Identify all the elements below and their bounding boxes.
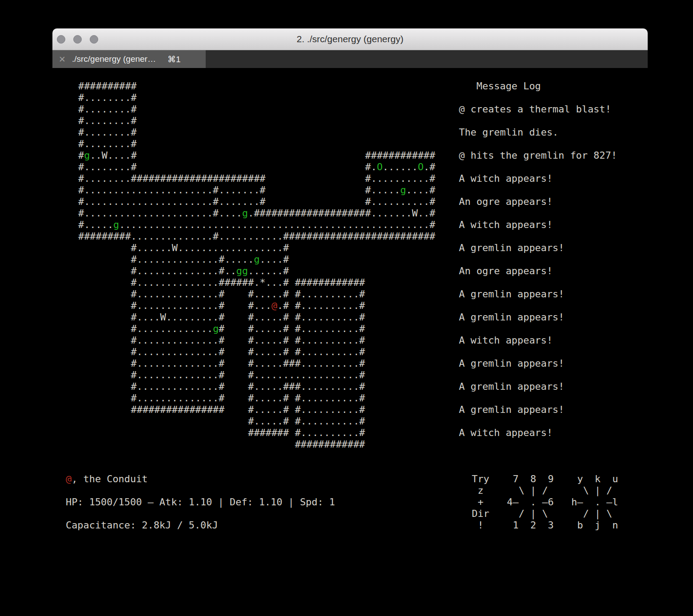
terminal-window: 2. ./src/genergy (genergy) ✕ ./src/gener… (52, 28, 648, 616)
tab-shortcut: ⌘1 (167, 54, 181, 64)
player-status: @, the Conduit HP: 1500/1500 – Atk: 1.10… (66, 473, 335, 531)
message-log: Message Log @ creates a thermal blast! T… (459, 80, 617, 439)
tab-bar: ✕ ./src/genergy (gener… ⌘1 (52, 50, 648, 68)
key-help: Try 7 8 9 y k u z \ | / \ | / + 4– . –6 … (472, 473, 618, 531)
tab-genergy[interactable]: ✕ ./src/genergy (gener… ⌘1 (52, 50, 206, 68)
game-map: ########## #........# #........# #......… (78, 80, 435, 450)
terminal-content[interactable]: ########## #........# #........# #......… (52, 68, 648, 616)
tab-close-icon[interactable]: ✕ (59, 54, 66, 64)
window-title: 2. ./src/genergy (genergy) (52, 28, 648, 50)
titlebar[interactable]: 2. ./src/genergy (genergy) (52, 28, 648, 50)
tab-label: ./src/genergy (gener… (72, 54, 156, 64)
